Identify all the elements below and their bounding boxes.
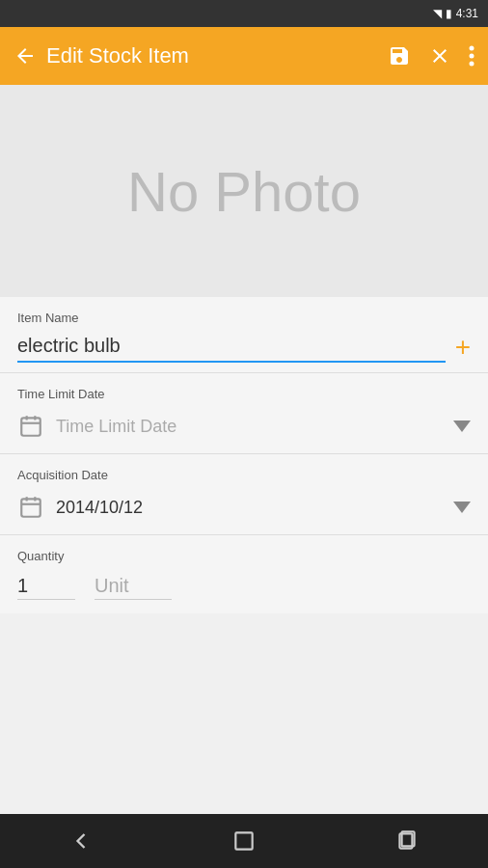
acquisition-date-row[interactable]: 2014/10/12 <box>17 488 471 525</box>
svg-rect-7 <box>21 499 41 516</box>
time: 4:31 <box>456 7 478 20</box>
quantity-col: 1 <box>17 573 75 600</box>
photo-placeholder[interactable]: No Photo <box>0 85 488 297</box>
battery-icon: ▮ <box>446 7 452 20</box>
item-name-section: Item Name + <box>0 297 488 373</box>
quantity-label: Quantity <box>17 549 471 563</box>
svg-rect-3 <box>21 418 41 435</box>
bottom-nav <box>0 814 488 868</box>
add-photo-button[interactable]: + <box>455 334 471 361</box>
time-limit-row[interactable]: Time Limit Date <box>17 407 471 444</box>
quantity-value[interactable]: 1 <box>17 573 75 600</box>
unit-value[interactable]: Unit <box>95 573 172 600</box>
more-button[interactable] <box>469 44 474 68</box>
app-bar-actions <box>388 44 474 68</box>
status-icons: ◥ ▮ 4:31 <box>433 7 478 20</box>
time-limit-value: Time Limit Date <box>56 417 442 437</box>
svg-point-2 <box>470 62 474 67</box>
nav-home-button[interactable] <box>215 822 273 860</box>
nav-recents-button[interactable] <box>378 822 436 860</box>
acquisition-calendar-icon <box>17 494 44 521</box>
item-name-label: Item Name <box>17 311 471 325</box>
svg-point-0 <box>470 46 474 51</box>
save-button[interactable] <box>388 44 411 68</box>
no-photo-text: No Photo <box>127 159 361 224</box>
acquisition-dropdown-arrow <box>453 502 471 513</box>
app-bar: Edit Stock Item <box>0 27 488 85</box>
status-bar: ◥ ▮ 4:31 <box>0 0 488 27</box>
item-name-input[interactable] <box>17 331 446 363</box>
quantity-section: Quantity 1 Unit <box>0 535 488 613</box>
nav-back-button[interactable] <box>52 822 110 860</box>
time-limit-dropdown-arrow <box>453 420 471 432</box>
item-name-row: + <box>17 331 471 363</box>
acquisition-date-section: Acquisition Date 2014/10/12 <box>0 454 488 535</box>
quantity-row: 1 Unit <box>17 569 471 604</box>
time-limit-label: Time Limit Date <box>17 387 471 401</box>
back-button[interactable] <box>14 44 37 68</box>
signal-icon: ◥ <box>433 7 442 20</box>
calendar-icon <box>17 413 44 440</box>
time-limit-section: Time Limit Date Time Limit Date <box>0 373 488 454</box>
page-title: Edit Stock Item <box>46 43 378 68</box>
unit-col: Unit <box>95 573 172 600</box>
close-button[interactable] <box>428 44 451 68</box>
acquisition-date-value: 2014/10/12 <box>56 498 442 518</box>
svg-point-1 <box>470 54 474 59</box>
acquisition-date-label: Acquisition Date <box>17 468 471 482</box>
form-area: Item Name + Time Limit Date Time Limit D… <box>0 297 488 814</box>
svg-rect-11 <box>235 832 252 849</box>
